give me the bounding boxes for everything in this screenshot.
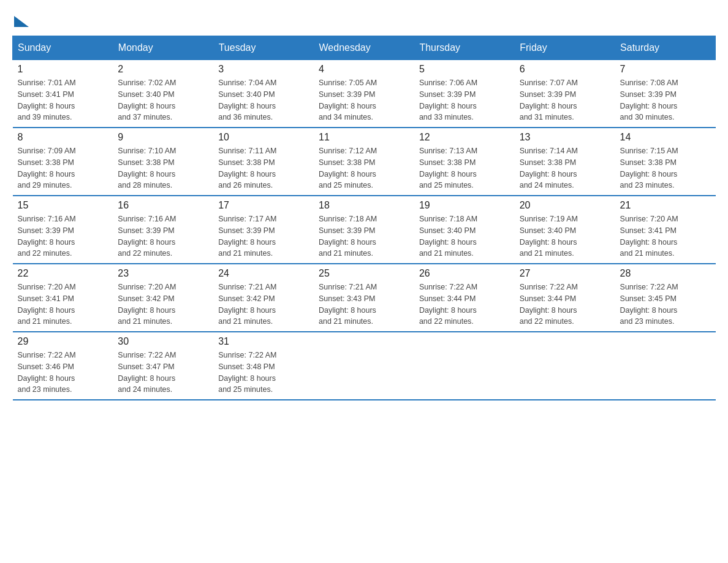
calendar-cell: 30 Sunrise: 7:22 AMSunset: 3:47 PMDaylig… (113, 332, 213, 400)
weekday-header-monday: Monday (113, 36, 213, 60)
day-number: 2 (118, 64, 208, 75)
day-info: Sunrise: 7:21 AMSunset: 3:43 PMDaylight:… (319, 282, 409, 327)
day-number: 31 (218, 336, 309, 347)
calendar-cell: 16 Sunrise: 7:16 AMSunset: 3:39 PMDaylig… (113, 196, 213, 264)
calendar-cell: 23 Sunrise: 7:20 AMSunset: 3:42 PMDaylig… (113, 264, 213, 332)
day-info: Sunrise: 7:13 AMSunset: 3:38 PMDaylight:… (419, 145, 510, 191)
day-number: 30 (118, 336, 208, 347)
day-info: Sunrise: 7:07 AMSunset: 3:39 PMDaylight:… (520, 77, 610, 123)
weekday-header-saturday: Saturday (615, 36, 716, 60)
day-info: Sunrise: 7:21 AMSunset: 3:42 PMDaylight:… (218, 282, 309, 327)
calendar-cell: 14 Sunrise: 7:15 AMSunset: 3:38 PMDaylig… (615, 128, 716, 196)
day-number: 5 (419, 64, 510, 75)
day-info: Sunrise: 7:02 AMSunset: 3:40 PMDaylight:… (118, 77, 208, 123)
calendar-cell: 2 Sunrise: 7:02 AMSunset: 3:40 PMDayligh… (113, 60, 213, 128)
calendar-cell: 28 Sunrise: 7:22 AMSunset: 3:45 PMDaylig… (615, 264, 716, 332)
calendar-cell: 17 Sunrise: 7:17 AMSunset: 3:39 PMDaylig… (213, 196, 314, 264)
day-info: Sunrise: 7:22 AMSunset: 3:48 PMDaylight:… (218, 350, 309, 396)
day-info: Sunrise: 7:22 AMSunset: 3:44 PMDaylight:… (419, 282, 510, 327)
day-number: 15 (18, 200, 108, 211)
day-number: 3 (218, 64, 309, 75)
day-info: Sunrise: 7:06 AMSunset: 3:39 PMDaylight:… (419, 77, 510, 123)
day-info: Sunrise: 7:09 AMSunset: 3:38 PMDaylight:… (18, 145, 108, 191)
day-number: 16 (118, 200, 208, 211)
day-number: 26 (419, 268, 510, 279)
day-info: Sunrise: 7:08 AMSunset: 3:39 PMDaylight:… (620, 77, 711, 123)
calendar-cell (314, 332, 414, 400)
day-info: Sunrise: 7:19 AMSunset: 3:40 PMDaylight:… (520, 213, 610, 259)
calendar-cell: 12 Sunrise: 7:13 AMSunset: 3:38 PMDaylig… (414, 128, 515, 196)
calendar-week-row: 15 Sunrise: 7:16 AMSunset: 3:39 PMDaylig… (13, 196, 716, 264)
calendar-cell: 25 Sunrise: 7:21 AMSunset: 3:43 PMDaylig… (314, 264, 414, 332)
calendar-cell: 13 Sunrise: 7:14 AMSunset: 3:38 PMDaylig… (515, 128, 615, 196)
day-info: Sunrise: 7:17 AMSunset: 3:39 PMDaylight:… (218, 213, 309, 259)
calendar-cell: 8 Sunrise: 7:09 AMSunset: 3:38 PMDayligh… (13, 128, 113, 196)
day-number: 21 (620, 200, 711, 211)
day-number: 17 (218, 200, 309, 211)
day-info: Sunrise: 7:04 AMSunset: 3:40 PMDaylight:… (218, 77, 309, 123)
day-info: Sunrise: 7:10 AMSunset: 3:38 PMDaylight:… (118, 145, 208, 191)
day-number: 13 (520, 132, 610, 143)
calendar-cell: 22 Sunrise: 7:20 AMSunset: 3:41 PMDaylig… (13, 264, 113, 332)
day-number: 20 (520, 200, 610, 211)
day-number: 22 (18, 268, 108, 279)
calendar-cell: 11 Sunrise: 7:12 AMSunset: 3:38 PMDaylig… (314, 128, 414, 196)
day-info: Sunrise: 7:11 AMSunset: 3:38 PMDaylight:… (218, 145, 309, 191)
weekday-header-sunday: Sunday (13, 36, 113, 60)
calendar-cell (615, 332, 716, 400)
calendar-cell: 10 Sunrise: 7:11 AMSunset: 3:38 PMDaylig… (213, 128, 314, 196)
calendar-cell: 5 Sunrise: 7:06 AMSunset: 3:39 PMDayligh… (414, 60, 515, 128)
day-info: Sunrise: 7:01 AMSunset: 3:41 PMDaylight:… (18, 77, 108, 123)
day-number: 8 (18, 132, 108, 143)
day-info: Sunrise: 7:22 AMSunset: 3:47 PMDaylight:… (118, 350, 208, 396)
weekday-header-thursday: Thursday (414, 36, 515, 60)
day-number: 4 (319, 64, 409, 75)
calendar-cell: 26 Sunrise: 7:22 AMSunset: 3:44 PMDaylig… (414, 264, 515, 332)
day-info: Sunrise: 7:16 AMSunset: 3:39 PMDaylight:… (18, 213, 108, 259)
calendar-cell: 19 Sunrise: 7:18 AMSunset: 3:40 PMDaylig… (414, 196, 515, 264)
calendar-cell: 18 Sunrise: 7:18 AMSunset: 3:39 PMDaylig… (314, 196, 414, 264)
day-info: Sunrise: 7:20 AMSunset: 3:41 PMDaylight:… (620, 213, 711, 259)
calendar-table: SundayMondayTuesdayWednesdayThursdayFrid… (12, 36, 716, 400)
day-info: Sunrise: 7:15 AMSunset: 3:38 PMDaylight:… (620, 145, 711, 191)
day-info: Sunrise: 7:14 AMSunset: 3:38 PMDaylight:… (520, 145, 610, 191)
calendar-cell: 21 Sunrise: 7:20 AMSunset: 3:41 PMDaylig… (615, 196, 716, 264)
weekday-header-row: SundayMondayTuesdayWednesdayThursdayFrid… (13, 36, 716, 60)
calendar-cell (414, 332, 515, 400)
weekday-header-friday: Friday (515, 36, 615, 60)
day-info: Sunrise: 7:22 AMSunset: 3:44 PMDaylight:… (520, 282, 610, 327)
calendar-week-row: 22 Sunrise: 7:20 AMSunset: 3:41 PMDaylig… (13, 264, 716, 332)
calendar-week-row: 8 Sunrise: 7:09 AMSunset: 3:38 PMDayligh… (13, 128, 716, 196)
calendar-cell: 3 Sunrise: 7:04 AMSunset: 3:40 PMDayligh… (213, 60, 314, 128)
day-number: 28 (620, 268, 711, 279)
calendar-week-row: 1 Sunrise: 7:01 AMSunset: 3:41 PMDayligh… (13, 60, 716, 128)
calendar-cell: 31 Sunrise: 7:22 AMSunset: 3:48 PMDaylig… (213, 332, 314, 400)
day-number: 25 (319, 268, 409, 279)
day-info: Sunrise: 7:20 AMSunset: 3:41 PMDaylight:… (18, 282, 108, 327)
day-info: Sunrise: 7:20 AMSunset: 3:42 PMDaylight:… (118, 282, 208, 327)
calendar-cell: 1 Sunrise: 7:01 AMSunset: 3:41 PMDayligh… (13, 60, 113, 128)
weekday-header-wednesday: Wednesday (314, 36, 414, 60)
day-info: Sunrise: 7:22 AMSunset: 3:46 PMDaylight:… (18, 350, 108, 396)
calendar-cell: 4 Sunrise: 7:05 AMSunset: 3:39 PMDayligh… (314, 60, 414, 128)
page-header (12, 12, 716, 26)
day-number: 1 (18, 64, 108, 75)
calendar-week-row: 29 Sunrise: 7:22 AMSunset: 3:46 PMDaylig… (13, 332, 716, 400)
calendar-cell: 7 Sunrise: 7:08 AMSunset: 3:39 PMDayligh… (615, 60, 716, 128)
calendar-cell (515, 332, 615, 400)
day-number: 19 (419, 200, 510, 211)
day-info: Sunrise: 7:12 AMSunset: 3:38 PMDaylight:… (319, 145, 409, 191)
day-number: 11 (319, 132, 409, 143)
day-number: 12 (419, 132, 510, 143)
calendar-cell: 6 Sunrise: 7:07 AMSunset: 3:39 PMDayligh… (515, 60, 615, 128)
day-number: 24 (218, 268, 309, 279)
day-info: Sunrise: 7:18 AMSunset: 3:39 PMDaylight:… (319, 213, 409, 259)
calendar-cell: 27 Sunrise: 7:22 AMSunset: 3:44 PMDaylig… (515, 264, 615, 332)
day-number: 10 (218, 132, 309, 143)
weekday-header-tuesday: Tuesday (213, 36, 314, 60)
day-number: 27 (520, 268, 610, 279)
calendar-cell: 9 Sunrise: 7:10 AMSunset: 3:38 PMDayligh… (113, 128, 213, 196)
day-number: 14 (620, 132, 711, 143)
day-number: 9 (118, 132, 208, 143)
day-number: 7 (620, 64, 711, 75)
